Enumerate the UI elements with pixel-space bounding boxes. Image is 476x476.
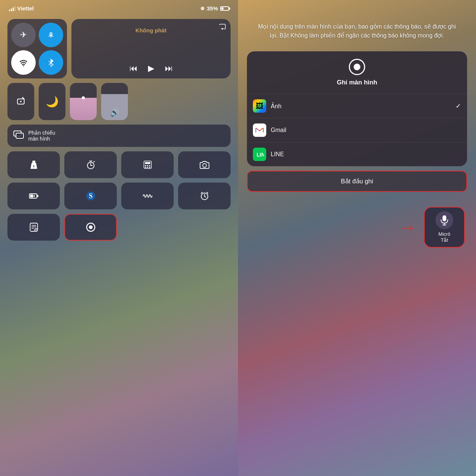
rewind-button[interactable]: ⏮: [129, 64, 138, 73]
battery-widget-button[interactable]: [7, 183, 60, 209]
airplane-mode-button[interactable]: ✈: [11, 23, 36, 47]
voice-memos-button[interactable]: [121, 183, 174, 209]
shazam-button[interactable]: S: [64, 183, 117, 209]
gmail-icon: [253, 123, 266, 137]
modal-header: Ghi màn hình: [247, 51, 467, 94]
control-center: ✈: [0, 15, 238, 245]
carrier-name: Viettel: [17, 5, 34, 12]
svg-point-0: [50, 33, 52, 35]
middle-row: 🌙 🔊: [7, 83, 231, 120]
play-button[interactable]: ▶: [148, 64, 154, 73]
list-item[interactable]: 🖼 Ảnh ✓: [247, 94, 467, 118]
media-controls: ⏮ ▶ ⏭: [77, 64, 225, 73]
screen-mirror-label: Phản chiếu màn hình: [28, 130, 55, 142]
status-bar: Viettel ⊛ 35%: [0, 0, 238, 15]
screen-record-description: Mọi nội dung trên màn hình của bạn, bao …: [238, 0, 476, 51]
svg-line-5: [49, 63, 51, 65]
connectivity-block: ✈: [7, 19, 67, 78]
svg-line-37: [205, 196, 206, 197]
svg-rect-9: [16, 133, 23, 138]
volume-slider[interactable]: 🔊: [101, 83, 128, 120]
photos-icon: 🖼: [253, 99, 266, 113]
mic-circle: [435, 211, 453, 229]
svg-rect-21: [147, 165, 148, 166]
rotation-lock-icon: ⊛: [200, 6, 205, 11]
svg-rect-29: [30, 194, 33, 197]
svg-rect-20: [145, 165, 146, 166]
svg-point-7: [20, 101, 22, 102]
brightness-fill: [70, 98, 97, 120]
svg-line-39: [207, 192, 208, 193]
svg-rect-23: [145, 167, 146, 168]
media-player-block: Không phát ⏮ ▶ ⏭: [71, 19, 231, 78]
svg-line-17: [94, 161, 94, 162]
svg-line-38: [201, 192, 202, 193]
modal-title: Ghi màn hình: [337, 79, 377, 86]
svg-rect-22: [149, 165, 150, 166]
wifi-calling-button[interactable]: [39, 23, 63, 47]
bluetooth-button[interactable]: [39, 50, 63, 75]
mirror-icon: [13, 131, 24, 141]
record-modal: Ghi màn hình 🖼 Ảnh ✓ Gmail: [247, 51, 467, 166]
wifi-button[interactable]: [11, 50, 36, 75]
line-label: LINE: [271, 151, 461, 158]
alarm-button[interactable]: [178, 183, 231, 209]
photos-label: Ảnh: [271, 103, 456, 110]
status-left: Viettel: [9, 5, 34, 12]
app-list: 🖼 Ảnh ✓ Gmail: [247, 94, 467, 166]
do-not-disturb-button[interactable]: 🌙: [39, 83, 65, 120]
voice-memo2-button[interactable]: [7, 214, 60, 241]
left-panel: Viettel ⊛ 35% ✈: [0, 0, 238, 476]
svg-rect-25: [149, 167, 150, 168]
bottom-section: → Micrô Tắt: [238, 199, 476, 255]
svg-point-2: [23, 65, 24, 67]
volume-icon: 🔊: [110, 108, 119, 117]
screen-record-button[interactable]: [64, 214, 117, 241]
calculator-button[interactable]: [121, 151, 174, 178]
final-row: [7, 214, 231, 241]
svg-rect-10: [32, 161, 35, 163]
battery-fill: [221, 7, 223, 10]
red-arrow-icon: →: [399, 217, 416, 238]
svg-rect-28: [37, 195, 38, 197]
svg-point-26: [203, 164, 206, 167]
record-dot: [354, 64, 360, 70]
status-right: ⊛ 35%: [200, 5, 229, 12]
brightness-dot: [82, 96, 85, 99]
media-not-playing: Không phát: [77, 27, 225, 33]
fast-forward-button[interactable]: ⏭: [165, 64, 173, 73]
microphone-button[interactable]: Micrô Tắt: [424, 207, 465, 248]
signal-bars: [9, 6, 16, 11]
camera-button[interactable]: [178, 151, 231, 178]
brightness-slider[interactable]: [70, 83, 97, 120]
record-indicator: [349, 59, 365, 75]
svg-text:S: S: [89, 192, 92, 200]
svg-line-4: [49, 61, 51, 63]
list-item[interactable]: LINE LINE: [247, 142, 467, 166]
svg-point-48: [89, 225, 93, 229]
svg-rect-19: [145, 162, 150, 164]
list-item[interactable]: Gmail: [247, 118, 467, 142]
gmail-label: Gmail: [271, 127, 461, 134]
svg-text:LINE: LINE: [257, 152, 264, 158]
orientation-lock-button[interactable]: [7, 83, 34, 120]
svg-rect-49: [255, 126, 264, 134]
svg-rect-24: [147, 167, 148, 168]
empty-slot-1: [121, 214, 174, 241]
flashlight-button[interactable]: [7, 151, 60, 178]
line-icon: LINE: [253, 148, 266, 161]
mic-label: Micrô Tắt: [438, 231, 450, 243]
start-record-button[interactable]: Bắt đầu ghi: [247, 171, 467, 192]
last-row: S: [7, 183, 231, 209]
battery-percent: 35%: [207, 5, 218, 12]
empty-slot-2: [178, 214, 231, 241]
airplay-icon[interactable]: [219, 23, 226, 33]
photos-check: ✓: [456, 102, 461, 110]
bottom-grid: [7, 151, 231, 178]
right-panel: Mọi nội dung trên màn hình của bạn, bao …: [238, 0, 476, 476]
screen-mirror-row: Phản chiếu màn hình: [7, 125, 231, 147]
screen-mirror-button[interactable]: Phản chiếu màn hình: [7, 125, 231, 147]
battery-icon: [220, 6, 229, 11]
timer-button[interactable]: [64, 151, 117, 178]
top-row: ✈: [7, 19, 231, 78]
